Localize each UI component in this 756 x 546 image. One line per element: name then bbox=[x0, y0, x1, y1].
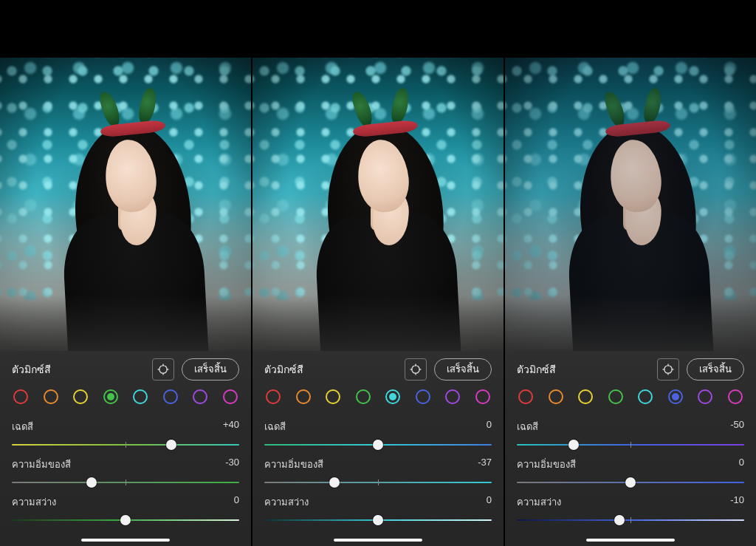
slider-value: -10 bbox=[730, 494, 744, 510]
color-picker-button[interactable] bbox=[405, 358, 427, 381]
slider-track[interactable] bbox=[517, 477, 744, 488]
slider-value: 0 bbox=[234, 494, 239, 510]
slider-hue: เฉดสี +40 bbox=[12, 414, 239, 452]
slider-luminance: ความสว่าง 0 bbox=[264, 490, 492, 528]
color-swatch-row bbox=[264, 382, 492, 414]
swatch-blue[interactable] bbox=[163, 389, 178, 404]
slider-track[interactable] bbox=[517, 439, 744, 451]
swatch-yellow[interactable] bbox=[73, 389, 88, 404]
slider-label: เฉดสี bbox=[517, 419, 538, 434]
slider-value: 0 bbox=[739, 457, 744, 472]
slider-label: ความอิ่มของสี bbox=[264, 457, 323, 472]
swatch-purple[interactable] bbox=[193, 389, 207, 404]
swatch-purple[interactable] bbox=[698, 389, 712, 404]
svg-point-10 bbox=[664, 365, 673, 373]
slider-value: -30 bbox=[225, 457, 239, 472]
slider-label: เฉดสี bbox=[264, 419, 286, 434]
swatch-magenta[interactable] bbox=[728, 389, 743, 404]
slider-knob[interactable] bbox=[373, 515, 383, 525]
slider-saturation: ความอิ่มของสี 0 bbox=[517, 452, 744, 490]
color-swatch-row bbox=[517, 382, 744, 414]
slider-label: ความสว่าง bbox=[12, 494, 56, 510]
slider-label: ความสว่าง bbox=[517, 494, 561, 510]
swatch-orange[interactable] bbox=[44, 389, 58, 404]
swatch-magenta[interactable] bbox=[223, 389, 238, 404]
svg-point-5 bbox=[412, 365, 420, 373]
slider-knob[interactable] bbox=[329, 477, 340, 488]
color-picker-button[interactable] bbox=[657, 358, 679, 381]
swatch-red[interactable] bbox=[518, 389, 533, 404]
swatch-green[interactable] bbox=[608, 389, 623, 404]
done-button[interactable]: เสร็จสิ้น bbox=[434, 358, 492, 381]
home-indicator[interactable] bbox=[334, 539, 422, 542]
home-indicator[interactable] bbox=[586, 539, 675, 542]
slider-knob[interactable] bbox=[120, 515, 131, 525]
slider-knob[interactable] bbox=[568, 440, 579, 450]
swatch-orange[interactable] bbox=[296, 389, 311, 404]
done-button[interactable]: เสร็จสิ้น bbox=[687, 358, 744, 381]
target-icon bbox=[157, 363, 170, 376]
section-title: ตัวมิกซ์สี bbox=[264, 361, 303, 378]
swatch-blue[interactable] bbox=[416, 389, 430, 404]
swatch-green[interactable] bbox=[356, 389, 371, 404]
slider-value: -37 bbox=[478, 457, 492, 472]
color-picker-button[interactable] bbox=[152, 358, 174, 381]
slider-label: เฉดสี bbox=[12, 419, 33, 434]
slider-track[interactable] bbox=[264, 477, 492, 488]
swatch-red[interactable] bbox=[266, 389, 281, 404]
slider-value: 0 bbox=[487, 419, 492, 434]
swatch-orange[interactable] bbox=[549, 389, 563, 404]
svg-point-0 bbox=[159, 365, 168, 373]
slider-track[interactable] bbox=[517, 514, 744, 526]
slider-track[interactable] bbox=[264, 514, 492, 526]
slider-value: +40 bbox=[223, 419, 239, 434]
swatch-purple[interactable] bbox=[445, 389, 460, 404]
color-mix-controls: ตัวมิกซ์สี เสร็จสิ้น เฉดสี +40 ความอิ่มข… bbox=[0, 351, 251, 546]
section-title: ตัวมิกซ์สี bbox=[517, 361, 556, 378]
slider-saturation: ความอิ่มของสี -37 bbox=[264, 452, 492, 490]
editor-panel: ตัวมิกซ์สี เสร็จสิ้น เฉดสี +40 ความอิ่มข… bbox=[0, 58, 251, 546]
slider-hue: เฉดสี 0 bbox=[264, 414, 492, 452]
preview-photo[interactable] bbox=[252, 58, 504, 361]
swatch-blue[interactable] bbox=[668, 389, 683, 404]
slider-track[interactable] bbox=[12, 439, 239, 451]
preview-photo[interactable] bbox=[0, 58, 251, 361]
slider-track[interactable] bbox=[12, 514, 239, 526]
done-button[interactable]: เสร็จสิ้น bbox=[182, 358, 239, 381]
color-mix-controls: ตัวมิกซ์สี เสร็จสิ้น เฉดสี 0 ความอิ่มของ… bbox=[252, 351, 504, 546]
slider-knob[interactable] bbox=[86, 477, 97, 488]
swatch-yellow[interactable] bbox=[578, 389, 593, 404]
slider-knob[interactable] bbox=[625, 477, 636, 488]
slider-value: -50 bbox=[730, 419, 744, 434]
slider-knob[interactable] bbox=[166, 440, 176, 450]
home-indicator[interactable] bbox=[81, 539, 170, 542]
swatch-green[interactable] bbox=[103, 389, 118, 404]
slider-label: ความอิ่มของสี bbox=[517, 457, 576, 472]
slider-luminance: ความสว่าง -10 bbox=[517, 490, 744, 528]
preview-photo[interactable] bbox=[505, 58, 756, 361]
swatch-yellow[interactable] bbox=[326, 389, 340, 404]
slider-knob[interactable] bbox=[614, 515, 625, 525]
slider-luminance: ความสว่าง 0 bbox=[12, 490, 239, 528]
slider-hue: เฉดสี -50 bbox=[517, 414, 744, 452]
section-title: ตัวมิกซ์สี bbox=[12, 361, 51, 378]
color-swatch-row bbox=[12, 382, 239, 414]
slider-track[interactable] bbox=[264, 439, 492, 451]
slider-track[interactable] bbox=[12, 477, 239, 488]
slider-knob[interactable] bbox=[373, 440, 383, 450]
editor-panel: ตัวมิกซ์สี เสร็จสิ้น เฉดสี 0 ความอิ่มของ… bbox=[252, 58, 504, 546]
slider-saturation: ความอิ่มของสี -30 bbox=[12, 452, 239, 490]
swatch-aqua[interactable] bbox=[133, 389, 148, 404]
swatch-aqua[interactable] bbox=[638, 389, 653, 404]
color-mix-controls: ตัวมิกซ์สี เสร็จสิ้น เฉดสี -50 ความอิ่มข… bbox=[505, 351, 756, 546]
swatch-aqua[interactable] bbox=[385, 389, 400, 404]
target-icon bbox=[662, 363, 675, 376]
swatch-magenta[interactable] bbox=[475, 389, 490, 404]
slider-label: ความอิ่มของสี bbox=[12, 457, 71, 472]
screenshot-stage: ตัวมิกซ์สี เสร็จสิ้น เฉดสี +40 ความอิ่มข… bbox=[0, 58, 756, 546]
target-icon bbox=[409, 363, 422, 376]
slider-label: ความสว่าง bbox=[264, 494, 309, 510]
slider-value: 0 bbox=[487, 494, 492, 510]
editor-panel: ตัวมิกซ์สี เสร็จสิ้น เฉดสี -50 ความอิ่มข… bbox=[505, 58, 756, 546]
swatch-red[interactable] bbox=[13, 389, 28, 404]
